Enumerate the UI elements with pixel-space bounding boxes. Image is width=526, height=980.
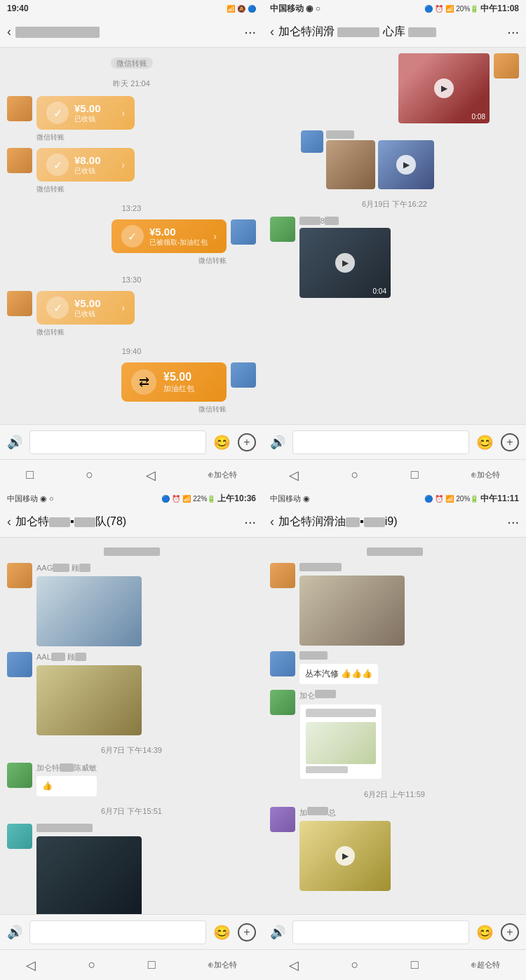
emoji-button-4[interactable]: 😊 (476, 924, 494, 941)
transfer-arrow-2: › (121, 159, 125, 170)
plus-button-1[interactable]: + (238, 433, 256, 451)
transfer-5-received[interactable]: ✓ ¥5.00 已收钱 › (36, 96, 135, 130)
time-label-yesterday: 昨天 21:04 (7, 79, 256, 89)
chat-title-2: 加仑特润滑 心库 (278, 25, 507, 39)
nav-home-2[interactable]: ○ (351, 468, 358, 482)
message-input-4[interactable] (292, 920, 469, 944)
video-msg-p4[interactable]: ▶ (299, 821, 391, 891)
chat-body-2[interactable]: ▶ 0:08 (263, 48, 526, 424)
play-button-p4[interactable]: ▶ (335, 846, 355, 866)
play-button-3[interactable]: ▶ (335, 253, 355, 273)
plus-button-4[interactable]: + (501, 923, 519, 941)
video-msg-2[interactable]: ▶ (378, 140, 434, 189)
emoji-button-3[interactable]: 😊 (213, 924, 231, 941)
message-input-3[interactable] (29, 920, 206, 944)
play-button-1[interactable]: ▶ (434, 79, 454, 98)
plus-button-3[interactable]: + (238, 923, 256, 941)
transfer-8-received[interactable]: ✓ ¥8.00 已收钱 › (36, 148, 135, 182)
nav-recent-1[interactable]: □ (26, 468, 34, 482)
avatar-p2-3 (270, 217, 295, 242)
status-icons-2: 🔵 ⏰ 📶 20%🔋 中午11:08 (424, 3, 519, 15)
nav-home-1[interactable]: ○ (86, 468, 93, 482)
nav-add-3[interactable]: ⊕加仑特 (208, 960, 237, 970)
nav-bar-4: ◁ ○ □ ⊕超仑特 (263, 949, 526, 980)
sender-p4-3: 加仑 (299, 690, 382, 701)
bubble-thumbsup: 👍 (36, 776, 97, 796)
back-button-4[interactable]: ‹ (270, 515, 274, 529)
time-label-top4 (270, 547, 519, 556)
msg-row-p4-2: 丛本汽修 👍👍👍 (270, 651, 519, 684)
sender-p4-4: 加总 (299, 807, 391, 818)
chat-input-bar-4: 🔊 😊 + (263, 914, 526, 949)
emoji-button-1[interactable]: 😊 (213, 434, 231, 451)
more-button-4[interactable]: ··· (507, 514, 519, 530)
avatar-p2-1 (494, 53, 519, 79)
more-button-3[interactable]: ··· (244, 514, 256, 530)
more-button-2[interactable]: ··· (507, 24, 519, 40)
message-input-2[interactable] (292, 430, 469, 454)
forwarded-msg[interactable] (299, 704, 382, 780)
chat-body-1[interactable]: 微信转账 昨天 21:04 ✓ ¥5.00 已收钱 › 微信转账 (0, 48, 263, 424)
sender-aal: AAL 顾 (36, 652, 142, 662)
wechat-transfer-label-1: 微信转账 (36, 132, 135, 142)
nav-back-1[interactable]: ◁ (146, 468, 156, 483)
video-msg-1[interactable]: ▶ 0:08 (398, 53, 490, 123)
sender-p4-2 (299, 651, 378, 661)
plus-button-2[interactable]: + (501, 433, 519, 451)
hongbao-sent[interactable]: ⇄ ¥5.00 加油红包 (121, 362, 227, 402)
chat-body-4[interactable]: 丛本汽修 👍👍👍 加仑 6月2日 上午11:59 (263, 538, 526, 914)
nav-add-1[interactable]: ⊕加仑特 (208, 470, 237, 480)
back-button-1[interactable]: ‹ (7, 25, 11, 39)
bt-icon-3: 🔵 (161, 495, 170, 503)
more-button-1[interactable]: ··· (244, 24, 256, 40)
wechat-transfer-label-3: 微信转账 (198, 256, 227, 266)
image-oil-1 (36, 665, 142, 735)
video-duration-1: 0:08 (472, 113, 485, 121)
nav-recent-2[interactable]: □ (411, 468, 419, 482)
transfer-arrow-3: › (213, 231, 217, 242)
panel-video-chat: 中国移动 ◉ ○ 🔵 ⏰ 📶 20%🔋 中午11:08 ‹ 加仑特润滑 心库 ·… (263, 0, 526, 490)
back-button-2[interactable]: ‹ (270, 25, 274, 39)
video-msg-3[interactable]: ▶ 0:04 (299, 228, 391, 298)
nav-recent-3[interactable]: □ (148, 958, 156, 972)
msg-row-bigimg: 永康福田畜存真畜总 (7, 824, 256, 914)
msg-row-5yuan: ✓ ¥5.00 已收钱 › 微信转账 (7, 96, 256, 142)
image-car-1 (36, 576, 142, 646)
panel-lube-group: 中国移动 ◉ 🔵 ⏰ 📶20%🔋 中午11:11 ‹ 加仑特润滑油▪i9) ··… (263, 490, 526, 980)
transfer-icon-3: ✓ (121, 225, 144, 247)
avatar-jialun (7, 763, 32, 788)
chat-header-3: ‹ 加仑特▪队(78) ··· (0, 507, 263, 538)
nav-add-2[interactable]: ⊕加仑特 (471, 470, 500, 480)
chat-input-bar-2: 🔊 😊 + (263, 424, 526, 459)
alarm-3: ⏰ (172, 495, 180, 503)
time-label-jun7-2: 6月7日 下午15:51 (7, 806, 256, 817)
nav-home-4[interactable]: ○ (351, 958, 358, 972)
sender-aag: AAG 顾 (36, 563, 142, 573)
avatar-self-1 (231, 219, 256, 245)
voice-button-4[interactable]: 🔊 (270, 925, 285, 940)
nav-recent-4[interactable]: □ (411, 958, 419, 972)
nav-back-3[interactable]: ◁ (26, 958, 36, 973)
message-input-1[interactable] (29, 430, 206, 454)
play-button-2[interactable]: ▶ (396, 155, 416, 175)
emoji-button-2[interactable]: 😊 (476, 434, 494, 451)
nav-home-3[interactable]: ○ (88, 958, 95, 972)
time-label-jun19: 6月19日 下午16:22 (270, 199, 519, 210)
transfer-5-received-2[interactable]: ✓ ¥5.00 已收钱 › (36, 291, 135, 325)
voice-button-2[interactable]: 🔊 (270, 435, 285, 450)
back-button-3[interactable]: ‹ (7, 515, 11, 529)
voice-button-3[interactable]: 🔊 (7, 925, 22, 940)
bt-icon-4: 🔵 (424, 495, 433, 503)
msg-row-aag: AAG 顾 (7, 563, 256, 646)
nav-back-4[interactable]: ◁ (289, 958, 299, 973)
chat-body-3[interactable]: AAG 顾 AAL 顾 6月7日 下午14:39 (0, 538, 263, 914)
voice-button-1[interactable]: 🔊 (7, 435, 22, 450)
signal-icon: 📶 (445, 5, 454, 13)
transfer-label-top: 微信转账 (7, 56, 256, 69)
nav-bar-3: ◁ ○ □ ⊕加仑特 (0, 949, 263, 980)
nav-add-4[interactable]: ⊕超仑特 (471, 960, 500, 970)
transfer-5-sent[interactable]: ✓ ¥5.00 已被领取-加油红包 › (112, 219, 227, 253)
msg-row-5sent: ✓ ¥5.00 已被领取-加油红包 › 微信转账 (7, 219, 256, 266)
signal-3: 📶 (182, 495, 191, 503)
nav-back-2[interactable]: ◁ (289, 468, 299, 483)
